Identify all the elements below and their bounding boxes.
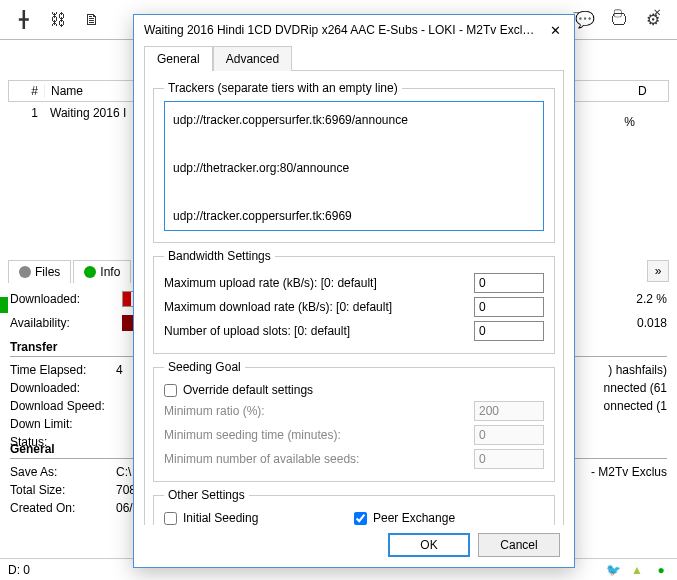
other-legend: Other Settings: [164, 488, 249, 502]
active-indicator: [0, 297, 8, 313]
initial-seeding-checkbox[interactable]: [164, 512, 177, 525]
min-seeding-time-input: [474, 425, 544, 445]
tab-advanced[interactable]: Advanced: [213, 46, 292, 71]
max-upload-input[interactable]: [474, 273, 544, 293]
downloaded-pct: 2.2 %: [630, 292, 667, 306]
col-d[interactable]: D: [638, 84, 668, 98]
settings-gear-icon[interactable]: ⚙: [637, 6, 669, 34]
upload-slots-input[interactable]: [474, 321, 544, 341]
android-icon[interactable]: ▲: [629, 562, 645, 578]
row-percent: %: [624, 115, 635, 129]
availability-value: 0.018: [631, 316, 667, 330]
bandwidth-group: Bandwidth Settings Maximum upload rate (…: [153, 249, 555, 354]
tab-files[interactable]: Files: [8, 260, 71, 283]
peer-exchange-checkbox[interactable]: [354, 512, 367, 525]
bandwidth-legend: Bandwidth Settings: [164, 249, 275, 263]
col-number[interactable]: #: [9, 84, 45, 98]
trackers-group: Trackers (separate tiers with an empty l…: [153, 81, 555, 243]
dialog-close-button[interactable]: ✕: [538, 17, 572, 43]
availability-label: Availability:: [10, 316, 116, 330]
trackers-textarea[interactable]: [164, 101, 544, 231]
network-ok-icon[interactable]: ●: [653, 562, 669, 578]
add-torrent-button[interactable]: ╋: [8, 6, 40, 34]
max-download-input[interactable]: [474, 297, 544, 317]
torrent-properties-dialog: Waiting 2016 Hindi 1CD DVDRip x264 AAC E…: [133, 14, 575, 568]
remote-icon[interactable]: 🖵: [603, 6, 635, 34]
twitter-icon[interactable]: 🐦: [605, 562, 621, 578]
dialog-title: Waiting 2016 Hindi 1CD DVDRip x264 AAC E…: [144, 23, 538, 37]
tab-options-button[interactable]: »: [647, 260, 669, 282]
downloaded-label: Downloaded:: [10, 292, 116, 306]
min-ratio-input: [474, 401, 544, 421]
tab-general[interactable]: General: [144, 46, 213, 71]
trackers-legend: Trackers (separate tiers with an empty l…: [164, 81, 402, 95]
tab-info[interactable]: Info: [73, 260, 131, 283]
min-seeds-input: [474, 449, 544, 469]
other-settings-group: Other Settings Initial Seeding Enable DH…: [153, 488, 555, 525]
seeding-goal-group: Seeding Goal Override default settings M…: [153, 360, 555, 482]
seeding-legend: Seeding Goal: [164, 360, 245, 374]
create-torrent-button[interactable]: 🗎: [76, 6, 108, 34]
override-defaults-checkbox[interactable]: [164, 384, 177, 397]
status-left: D: 0: [8, 563, 30, 577]
add-link-button[interactable]: ⛓: [42, 6, 74, 34]
cancel-button[interactable]: Cancel: [478, 533, 560, 557]
ok-button[interactable]: OK: [388, 533, 470, 557]
